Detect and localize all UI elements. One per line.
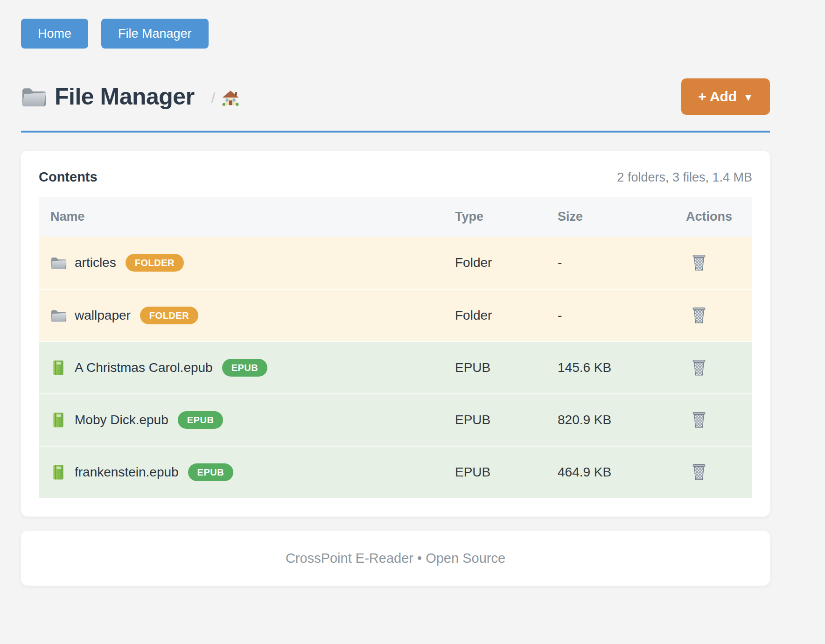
table-row: wallpaper FOLDER Folder - (39, 289, 752, 341)
file-size: - (558, 289, 677, 341)
type-badge: FOLDER (140, 307, 198, 324)
book-icon (50, 464, 67, 480)
add-button-label: + Add (698, 90, 737, 104)
file-table-body: articles FOLDER Folder - (39, 237, 752, 498)
table-row: frankenstein.epub EPUB EPUB 464.9 KB (39, 446, 752, 498)
file-size: 464.9 KB (558, 446, 677, 498)
file-type: EPUB (455, 393, 558, 446)
file-size: 145.6 KB (558, 341, 677, 393)
delete-button[interactable] (689, 461, 709, 483)
file-table: Name Type Size Actions ar (39, 197, 752, 498)
home-icon[interactable] (222, 90, 239, 106)
contents-card: Contents 2 folders, 3 files, 1.4 MB Name… (21, 151, 770, 517)
page-header: File Manager / + Add ▼ (21, 78, 770, 115)
type-badge: EPUB (178, 411, 224, 429)
title-divider (21, 131, 770, 133)
file-manager-page: Home File Manager File Manager / + Add (0, 0, 825, 586)
file-name[interactable]: frankenstein.epub (75, 465, 179, 480)
file-name[interactable]: wallpaper (75, 308, 131, 323)
column-header-name: Name (39, 197, 455, 237)
file-type: EPUB (455, 446, 558, 498)
delete-button[interactable] (689, 252, 709, 273)
contents-card-header: Contents 2 folders, 3 files, 1.4 MB (39, 169, 752, 185)
breadcrumb-separator: / (211, 90, 215, 106)
file-type: Folder (455, 289, 558, 341)
file-type: Folder (455, 237, 558, 289)
add-button[interactable]: + Add ▼ (681, 78, 770, 115)
file-type: EPUB (455, 341, 558, 393)
column-header-actions: Actions (677, 197, 752, 237)
contents-summary: 2 folders, 3 files, 1.4 MB (617, 170, 752, 185)
trash-icon (691, 306, 707, 324)
contents-heading: Contents (39, 169, 98, 185)
type-badge: EPUB (222, 359, 268, 377)
book-icon (50, 412, 67, 428)
column-header-type: Type (455, 197, 558, 237)
column-header-size: Size (558, 197, 677, 237)
page-title: File Manager (55, 83, 195, 110)
delete-button[interactable] (689, 409, 709, 430)
trash-icon (691, 358, 707, 376)
table-row: A Christmas Carol.epub EPUB EPUB 145.6 K… (39, 341, 752, 393)
file-table-header: Name Type Size Actions (39, 197, 752, 237)
table-row: Moby Dick.epub EPUB EPUB 820.9 KB (39, 393, 752, 446)
book-icon (50, 360, 67, 376)
caret-down-icon: ▼ (743, 92, 753, 102)
type-badge: FOLDER (126, 254, 184, 272)
delete-button[interactable] (689, 304, 709, 326)
file-manager-button[interactable]: File Manager (101, 19, 209, 49)
footer-text: CrossPoint E-Reader • Open Source (286, 551, 505, 566)
folder-icon (50, 308, 67, 323)
top-nav: Home File Manager (21, 19, 770, 49)
table-row: articles FOLDER Folder - (39, 237, 752, 289)
folder-icon (50, 255, 67, 271)
file-name[interactable]: Moby Dick.epub (75, 413, 168, 427)
trash-icon (691, 253, 707, 271)
file-name[interactable]: A Christmas Carol.epub (75, 360, 213, 375)
trash-icon (691, 411, 707, 428)
delete-button[interactable] (689, 357, 709, 378)
home-button[interactable]: Home (21, 19, 88, 49)
file-size: - (558, 237, 677, 289)
footer-card: CrossPoint E-Reader • Open Source (21, 531, 770, 586)
type-badge: EPUB (188, 463, 234, 481)
folder-icon (21, 85, 47, 108)
file-size: 820.9 KB (558, 393, 677, 446)
title-group: File Manager / (21, 83, 239, 110)
trash-icon (691, 463, 707, 481)
file-name[interactable]: articles (75, 255, 116, 270)
